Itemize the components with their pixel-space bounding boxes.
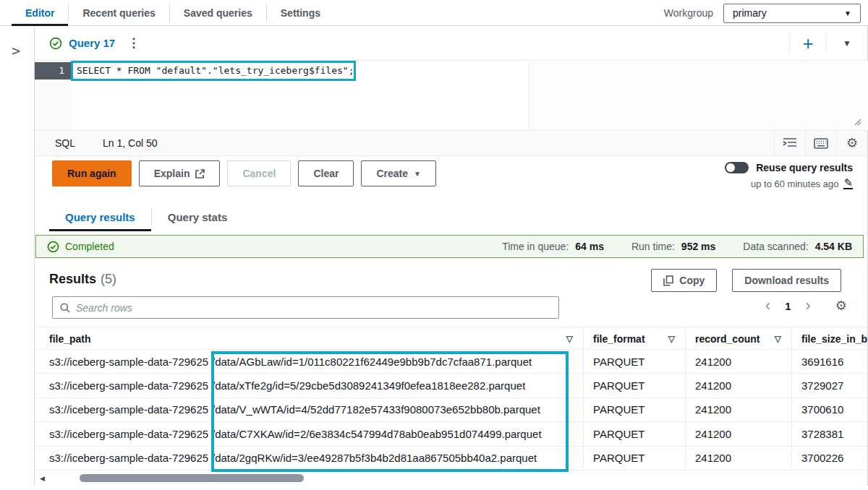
cell-file-size: 3700610 [791, 398, 867, 421]
query-tab-title[interactable]: Query 17 [69, 37, 115, 49]
next-page-icon[interactable]: › [806, 298, 811, 314]
editor-status-bar: SQL Ln 1, Col 50 ⚙ [35, 130, 867, 156]
scroll-left-arrow-icon[interactable]: ◀ [40, 475, 45, 482]
column-header-file_size_in_b: file_size_in_b [791, 328, 867, 349]
metric-label: Time in queue: [502, 241, 569, 252]
cell-file-size: 3729027 [791, 374, 867, 397]
file-path-suffix: /data/2gqRKw/id=3/ee49287b5f3b4b2d81aa86… [212, 452, 537, 464]
results-tab-bar: Query resultsQuery stats [35, 202, 867, 231]
cell-record-count: 241200 [685, 422, 791, 445]
column-header-file_path: file_path▽ [35, 328, 583, 349]
cell-file-size: 3728381 [791, 422, 867, 445]
previous-page-icon[interactable]: ‹ [765, 298, 770, 314]
column-header-label: record_count [695, 333, 760, 345]
cell-file-size: 3700226 [791, 447, 867, 470]
topnav-tab-saved-queries[interactable]: Saved queries [170, 0, 266, 25]
metric-label: Data scanned: [743, 241, 808, 252]
kebab-menu-icon[interactable]: ⋮ [127, 35, 140, 51]
format-query-icon[interactable] [775, 137, 805, 149]
banner-metric: Data scanned:4.54 KB [743, 241, 852, 252]
topnav-tab-editor[interactable]: Editor [12, 0, 68, 25]
keyboard-shortcuts-icon[interactable] [806, 138, 836, 149]
completed-check-icon [47, 241, 59, 253]
column-header-label: file_size_in_b [801, 333, 867, 345]
cell-file-size: 3691616 [791, 350, 867, 373]
sql-editor[interactable]: 1 SELECT * FROM "default"."lets_try_iceb… [35, 61, 867, 130]
sql-statement: SELECT * FROM "default"."lets_try_iceber… [77, 65, 354, 76]
file-path-prefix: s3://iceberg-sample-data-729625 [49, 356, 212, 368]
column-filter-icon[interactable]: ▽ [775, 334, 781, 344]
expand-panel-icon[interactable]: > [12, 42, 20, 59]
column-header-label: file_path [49, 333, 91, 345]
reuse-results-note: up to 60 minutes ago [751, 179, 838, 189]
chevron-down-icon: ▼ [414, 170, 421, 178]
cell-record-count: 241200 [685, 374, 791, 397]
clear-button[interactable]: Clear [298, 160, 354, 186]
column-filter-icon[interactable]: ▽ [566, 334, 573, 344]
results-count: (5) [101, 272, 116, 286]
download-results-button[interactable]: Download results [732, 269, 841, 292]
results-table-body: s3://iceberg-sample-data-729625/data/AGb… [35, 350, 867, 470]
results-title: Results(5) [49, 272, 116, 287]
results-tab-query-stats[interactable]: Query stats [152, 202, 244, 231]
cancel-button: Cancel [227, 160, 291, 186]
new-query-tab-button[interactable]: + [790, 34, 826, 53]
explain-button[interactable]: Explain [139, 160, 221, 186]
metric-label: Run time: [631, 241, 675, 252]
copy-icon [663, 275, 673, 286]
file-path-suffix: /data/AGbLaw/id=1/011c80221f62449e9bb9b7… [212, 356, 532, 368]
run-again-button[interactable]: Run again [52, 160, 132, 186]
query-actions-row: Run again Explain Cancel Clear Create ▼ … [35, 156, 867, 202]
file-path-suffix: /data/C7XKAw/id=2/6e3834c547994d78ab0eab… [212, 428, 542, 440]
topnav-tab-recent-queries[interactable]: Recent queries [69, 0, 169, 25]
results-title-text: Results [49, 272, 96, 286]
metric-value: 952 ms [681, 241, 715, 252]
results-header-row: Results(5) Copy Download results [35, 266, 867, 296]
column-header-file_format: file_format▽ [583, 328, 685, 349]
file-path-prefix: s3://iceberg-sample-data-729625 [49, 452, 212, 464]
status-text: Completed [65, 241, 114, 252]
copy-label: Copy [679, 275, 705, 286]
results-table: file_path▽file_format▽record_count▽file_… [35, 327, 867, 470]
results-tab-query-results[interactable]: Query results [49, 202, 151, 231]
editor-split-divider [528, 61, 529, 130]
query-tab-bar: Query 17 ⋮ + ▼ [35, 26, 867, 61]
language-label: SQL [55, 137, 75, 149]
search-rows-input[interactable]: Search rows [52, 296, 559, 319]
topnav-tabs: EditorRecent queriesSaved queriesSetting… [0, 0, 334, 25]
table-row: s3://iceberg-sample-data-729625/data/C7X… [35, 422, 867, 446]
cell-file-format: PARQUET [583, 374, 685, 397]
editor-resize-handle[interactable] [851, 117, 861, 126]
explain-label: Explain [154, 168, 190, 179]
results-table-header: file_path▽file_format▽record_count▽file_… [35, 327, 867, 350]
results-toolbar: Search rows ‹ 1 › ⚙ [35, 296, 867, 321]
edit-pencil-icon[interactable]: ✎ [843, 178, 853, 189]
query-editor-panel: Query 17 ⋮ + ▼ 1 SELECT * FROM "default"… [35, 26, 868, 486]
workgroup-control: Workgroup primary ▼ [664, 0, 861, 26]
create-label: Create [376, 168, 408, 179]
banner-metrics: Time in queue:64 msRun time:952 msData s… [502, 241, 852, 252]
collapsed-side-panel: > [0, 26, 35, 486]
scrollbar-thumb[interactable] [80, 474, 304, 482]
create-button[interactable]: Create ▼ [361, 160, 436, 186]
tab-list-dropdown-icon[interactable]: ▼ [827, 38, 867, 48]
reuse-results-label: Reuse query results [756, 162, 853, 173]
editor-settings-gear-icon[interactable]: ⚙ [837, 137, 867, 150]
workgroup-select[interactable]: primary ▼ [723, 4, 861, 23]
metric-value: 64 ms [575, 241, 604, 252]
cell-file-format: PARQUET [583, 350, 685, 373]
file-path-suffix: /data/V_wWTA/id=4/52dd77182e57433f908007… [212, 403, 540, 416]
column-header-label: file_format [593, 333, 645, 345]
column-filter-icon[interactable]: ▽ [668, 334, 675, 344]
results-settings-gear-icon[interactable]: ⚙ [835, 299, 847, 312]
top-navigation: EditorRecent queriesSaved queriesSetting… [0, 0, 868, 26]
external-link-icon [195, 169, 205, 179]
file-path-prefix: s3://iceberg-sample-data-729625 [49, 428, 212, 440]
cell-file-format: PARQUET [583, 398, 685, 421]
topnav-tab-settings[interactable]: Settings [267, 0, 334, 25]
copy-button[interactable]: Copy [651, 269, 717, 292]
file-path-prefix: s3://iceberg-sample-data-729625 [49, 403, 212, 416]
column-header-record_count: record_count▽ [685, 328, 791, 349]
workgroup-value: primary [733, 7, 767, 19]
reuse-results-toggle[interactable] [725, 162, 749, 173]
